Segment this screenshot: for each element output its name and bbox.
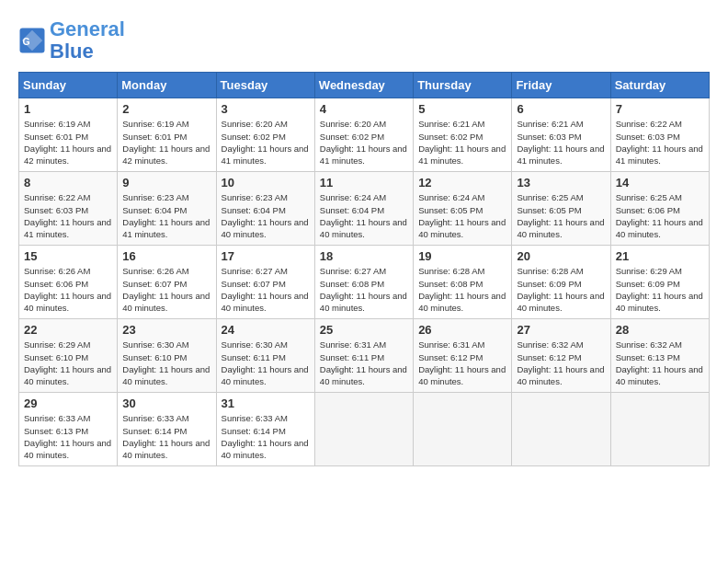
day-header-sunday: Sunday [19,73,118,98]
day-info: Sunrise: 6:29 AMSunset: 6:10 PMDaylight:… [24,339,112,387]
calendar-cell: 6 Sunrise: 6:21 AMSunset: 6:03 PMDayligh… [512,98,610,172]
day-number: 9 [122,176,210,190]
day-number: 11 [320,176,408,190]
day-header-wednesday: Wednesday [314,73,413,98]
day-number: 8 [24,176,112,190]
calendar-cell: 27 Sunrise: 6:32 AMSunset: 6:12 PMDaylig… [512,319,610,393]
calendar-cell: 23 Sunrise: 6:30 AMSunset: 6:10 PMDaylig… [118,319,216,393]
calendar-body: 1 Sunrise: 6:19 AMSunset: 6:01 PMDayligh… [19,98,710,466]
calendar-cell [314,393,413,466]
day-number: 17 [222,249,310,263]
calendar-week-row: 1 Sunrise: 6:19 AMSunset: 6:01 PMDayligh… [19,98,710,172]
logo-icon: G [18,27,46,54]
calendar-cell: 28 Sunrise: 6:32 AMSunset: 6:13 PMDaylig… [610,319,709,393]
day-info: Sunrise: 6:19 AMSunset: 6:01 PMDaylight:… [122,118,210,167]
calendar-cell: 11 Sunrise: 6:24 AMSunset: 6:04 PMDaylig… [314,172,413,246]
calendar-cell: 12 Sunrise: 6:24 AMSunset: 6:05 PMDaylig… [414,172,512,246]
calendar-cell: 4 Sunrise: 6:20 AMSunset: 6:02 PMDayligh… [314,98,413,172]
day-number: 13 [517,176,605,190]
day-info: Sunrise: 6:22 AMSunset: 6:03 PMDaylight:… [24,191,112,240]
day-info: Sunrise: 6:28 AMSunset: 6:09 PMDaylight:… [517,265,605,314]
calendar-cell: 30 Sunrise: 6:33 AMSunset: 6:14 PMDaylig… [118,393,216,466]
day-info: Sunrise: 6:22 AMSunset: 6:03 PMDaylight:… [616,118,704,167]
day-info: Sunrise: 6:33 AMSunset: 6:14 PMDaylight:… [222,412,310,461]
day-number: 10 [222,176,310,190]
svg-text:G: G [23,36,30,47]
day-info: Sunrise: 6:24 AMSunset: 6:04 PMDaylight:… [320,191,408,240]
day-number: 19 [418,249,506,263]
day-info: Sunrise: 6:26 AMSunset: 6:07 PMDaylight:… [122,265,210,314]
calendar-week-row: 29 Sunrise: 6:33 AMSunset: 6:13 PMDaylig… [19,393,710,466]
calendar-cell [414,393,512,466]
day-number: 12 [418,176,506,190]
calendar-cell: 18 Sunrise: 6:27 AMSunset: 6:08 PMDaylig… [314,246,413,319]
day-number: 1 [24,102,112,116]
day-number: 14 [616,176,704,190]
day-number: 5 [418,102,506,116]
day-info: Sunrise: 6:20 AMSunset: 6:02 PMDaylight:… [320,118,408,167]
calendar-cell: 5 Sunrise: 6:21 AMSunset: 6:02 PMDayligh… [414,98,512,172]
day-header-saturday: Saturday [610,73,709,98]
calendar-cell: 1 Sunrise: 6:19 AMSunset: 6:01 PMDayligh… [19,98,118,172]
day-number: 30 [122,396,210,410]
day-info: Sunrise: 6:27 AMSunset: 6:07 PMDaylight:… [222,265,310,314]
day-number: 4 [320,102,408,116]
logo-name: GeneralBlue [50,18,125,63]
day-info: Sunrise: 6:23 AMSunset: 6:04 PMDaylight:… [122,191,210,240]
day-number: 7 [616,102,704,116]
calendar-cell: 17 Sunrise: 6:27 AMSunset: 6:07 PMDaylig… [216,246,314,319]
calendar-week-row: 8 Sunrise: 6:22 AMSunset: 6:03 PMDayligh… [19,172,710,246]
day-number: 28 [616,323,704,337]
calendar-cell: 8 Sunrise: 6:22 AMSunset: 6:03 PMDayligh… [19,172,118,246]
day-number: 2 [122,102,210,116]
day-info: Sunrise: 6:19 AMSunset: 6:01 PMDaylight:… [24,118,112,167]
day-info: Sunrise: 6:21 AMSunset: 6:02 PMDaylight:… [418,118,506,167]
day-info: Sunrise: 6:31 AMSunset: 6:11 PMDaylight:… [320,339,408,387]
calendar-cell: 24 Sunrise: 6:30 AMSunset: 6:11 PMDaylig… [216,319,314,393]
day-number: 24 [222,323,310,337]
day-header-monday: Monday [118,73,216,98]
calendar-cell: 29 Sunrise: 6:33 AMSunset: 6:13 PMDaylig… [19,393,118,466]
day-info: Sunrise: 6:30 AMSunset: 6:10 PMDaylight:… [122,339,210,387]
day-info: Sunrise: 6:28 AMSunset: 6:08 PMDaylight:… [418,265,506,314]
day-number: 15 [24,249,112,263]
day-info: Sunrise: 6:23 AMSunset: 6:04 PMDaylight:… [222,191,310,240]
calendar-cell: 19 Sunrise: 6:28 AMSunset: 6:08 PMDaylig… [414,246,512,319]
calendar-cell: 13 Sunrise: 6:25 AMSunset: 6:05 PMDaylig… [512,172,610,246]
calendar-week-row: 22 Sunrise: 6:29 AMSunset: 6:10 PMDaylig… [19,319,710,393]
day-number: 20 [517,249,605,263]
calendar-cell: 25 Sunrise: 6:31 AMSunset: 6:11 PMDaylig… [314,319,413,393]
day-number: 22 [24,323,112,337]
day-header-thursday: Thursday [414,73,512,98]
day-info: Sunrise: 6:25 AMSunset: 6:05 PMDaylight:… [517,191,605,240]
day-info: Sunrise: 6:32 AMSunset: 6:13 PMDaylight:… [616,339,704,387]
day-number: 6 [517,102,605,116]
calendar-cell: 10 Sunrise: 6:23 AMSunset: 6:04 PMDaylig… [216,172,314,246]
day-info: Sunrise: 6:33 AMSunset: 6:14 PMDaylight:… [122,412,210,461]
calendar-cell: 20 Sunrise: 6:28 AMSunset: 6:09 PMDaylig… [512,246,610,319]
day-number: 25 [320,323,408,337]
day-number: 3 [222,102,310,116]
day-number: 16 [122,249,210,263]
calendar-cell: 14 Sunrise: 6:25 AMSunset: 6:06 PMDaylig… [610,172,709,246]
day-info: Sunrise: 6:31 AMSunset: 6:12 PMDaylight:… [418,339,506,387]
day-number: 26 [418,323,506,337]
calendar-cell: 3 Sunrise: 6:20 AMSunset: 6:02 PMDayligh… [216,98,314,172]
day-info: Sunrise: 6:27 AMSunset: 6:08 PMDaylight:… [320,265,408,314]
day-info: Sunrise: 6:29 AMSunset: 6:09 PMDaylight:… [616,265,704,314]
calendar-cell [512,393,610,466]
calendar-cell: 26 Sunrise: 6:31 AMSunset: 6:12 PMDaylig… [414,319,512,393]
calendar-header-row: SundayMondayTuesdayWednesdayThursdayFrid… [19,73,710,98]
calendar-table: SundayMondayTuesdayWednesdayThursdayFrid… [18,72,710,466]
calendar-cell: 21 Sunrise: 6:29 AMSunset: 6:09 PMDaylig… [610,246,709,319]
day-number: 27 [517,323,605,337]
calendar-week-row: 15 Sunrise: 6:26 AMSunset: 6:06 PMDaylig… [19,246,710,319]
logo: G GeneralBlue [18,18,125,63]
day-header-friday: Friday [512,73,610,98]
day-info: Sunrise: 6:24 AMSunset: 6:05 PMDaylight:… [418,191,506,240]
day-number: 21 [616,249,704,263]
day-info: Sunrise: 6:26 AMSunset: 6:06 PMDaylight:… [24,265,112,314]
page-header: G GeneralBlue [18,18,710,63]
calendar-cell: 2 Sunrise: 6:19 AMSunset: 6:01 PMDayligh… [118,98,216,172]
day-info: Sunrise: 6:21 AMSunset: 6:03 PMDaylight:… [517,118,605,167]
